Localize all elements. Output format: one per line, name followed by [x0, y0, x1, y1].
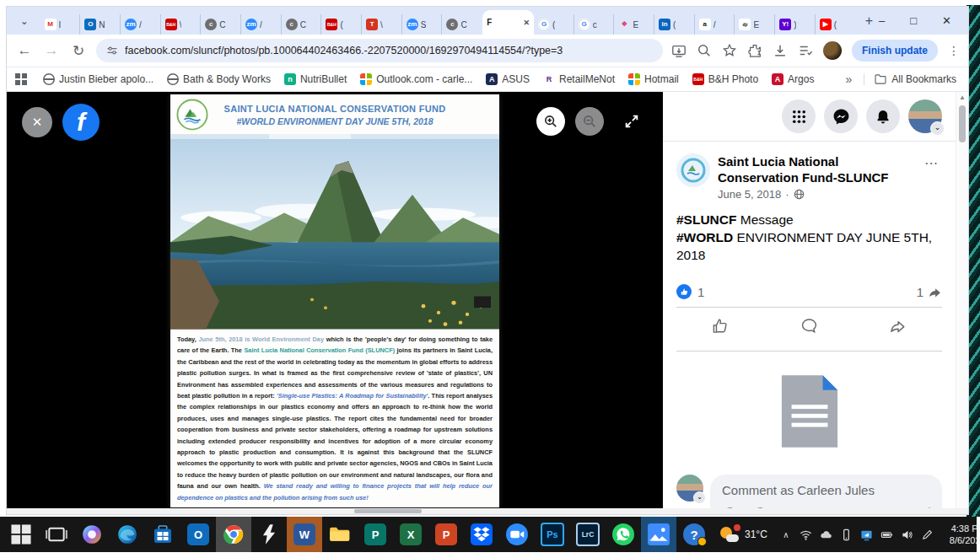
tab-facebook-active[interactable]: F✕ [482, 10, 534, 35]
weather-widget[interactable]: 31°C [712, 526, 776, 543]
powerpoint-taskbar-button[interactable]: P [428, 517, 464, 552]
lightroom-taskbar-button[interactable]: LrC [570, 517, 606, 552]
share-button[interactable] [853, 308, 942, 343]
bookmark-star-icon[interactable] [722, 43, 737, 58]
reading-list-icon[interactable] [798, 43, 813, 58]
new-tab-button[interactable]: + [859, 10, 879, 32]
tab[interactable]: cC [201, 14, 241, 35]
hashtag-link[interactable]: #SLUNCF [676, 212, 736, 227]
tab[interactable]: zm/ [241, 14, 282, 35]
close-button[interactable]: ✕ [942, 14, 951, 27]
close-photo-button[interactable]: ✕ [22, 107, 52, 137]
send-to-device-icon[interactable] [671, 43, 687, 58]
zoom-out-button[interactable] [575, 107, 604, 136]
tab[interactable]: zmS [402, 14, 443, 35]
start-taskbar-button[interactable] [3, 517, 39, 552]
tab[interactable]: G( [534, 14, 574, 35]
forward-button[interactable]: → [42, 42, 61, 59]
bookmark-item[interactable]: Hotmail [622, 73, 685, 85]
apps-menu-button[interactable] [782, 99, 816, 133]
photos-taskbar-button[interactable] [641, 517, 676, 552]
tab[interactable]: T\ [362, 14, 402, 35]
photoshop-taskbar-button[interactable]: Ps [535, 517, 570, 552]
commenter-avatar[interactable] [676, 475, 703, 502]
minimize-button[interactable]: – [879, 14, 885, 27]
tab[interactable]: in( [654, 14, 695, 35]
tab[interactable]: ▶( [816, 14, 856, 35]
outlook-taskbar-button[interactable]: O [180, 517, 216, 552]
download-icon[interactable] [773, 43, 788, 58]
screen-cast-icon[interactable] [857, 523, 877, 546]
bookmark-item[interactable]: Outlook.com - carle... [354, 73, 478, 85]
tab-close-icon[interactable]: ✕ [523, 19, 530, 27]
notifications-button[interactable] [866, 99, 900, 133]
phone-link-icon[interactable] [837, 523, 857, 546]
address-bar[interactable]: facebook.com/sluncf/photos/pb.1000644024… [96, 39, 663, 62]
tab[interactable]: djiE [735, 14, 775, 35]
tab[interactable]: B&H\ [161, 14, 202, 35]
facebook-logo[interactable]: f [62, 104, 100, 141]
reload-button[interactable]: ↻ [69, 42, 88, 60]
profile-avatar[interactable] [908, 99, 942, 133]
vertical-scroll-thumb[interactable] [959, 105, 966, 142]
bookmark-item[interactable]: B&HB&H Photo [687, 73, 764, 85]
tab[interactable]: B&H( [321, 14, 362, 35]
tab[interactable]: ❖E [614, 14, 654, 35]
bookmarks-overflow-chevron[interactable]: » [839, 72, 859, 86]
vertical-scrollbar[interactable]: ▲ [956, 92, 968, 508]
tab[interactable]: a/ [695, 14, 735, 35]
tab[interactable]: zm/ [121, 14, 161, 35]
browser-menu-button[interactable]: ⋮ [948, 44, 960, 57]
bolt-taskbar-button[interactable] [251, 517, 287, 552]
apps-shortcut-icon[interactable] [15, 73, 27, 85]
whatsapp-taskbar-button[interactable] [606, 517, 641, 552]
zoom-lens-icon[interactable] [697, 43, 712, 58]
pen-icon[interactable] [918, 523, 938, 546]
dropbox-taskbar-button[interactable] [464, 517, 499, 552]
bookmark-item[interactable]: AArgos [766, 73, 820, 85]
bookmark-item[interactable]: Bath & Body Works [161, 73, 277, 85]
store-taskbar-button[interactable] [145, 517, 180, 552]
browser-profile-avatar[interactable] [823, 41, 842, 60]
bookmark-item[interactable]: nNutriBullet [278, 73, 353, 85]
share-summary[interactable]: 1 [917, 285, 942, 299]
bookmark-item[interactable]: RRetailMeNot [537, 73, 621, 85]
word-taskbar-button[interactable]: W [287, 517, 322, 552]
tab-search-button[interactable]: ⌄ [15, 11, 34, 31]
messenger-button[interactable] [824, 99, 858, 133]
wifi-icon[interactable] [796, 523, 816, 546]
zoom-in-button[interactable] [536, 107, 565, 136]
publisher-taskbar-button[interactable]: P [358, 517, 393, 552]
comment-button[interactable] [765, 308, 853, 343]
extensions-puzzle-icon[interactable] [747, 43, 762, 58]
help-taskbar-button[interactable]: ? [676, 517, 712, 552]
copilot-taskbar-button[interactable] [74, 517, 110, 552]
horizontal-scroll-thumb[interactable] [354, 509, 422, 513]
post-menu-button[interactable]: ⋯ [921, 153, 942, 201]
bookmark-item[interactable]: Justin Bieber apolo... [37, 73, 159, 85]
tab[interactable]: Gc [574, 14, 615, 35]
page-name[interactable]: Saint Lucia National Conservation Fund-S… [718, 153, 913, 185]
explorer-taskbar-button[interactable] [322, 517, 358, 552]
onedrive-cloud-icon[interactable] [816, 523, 837, 546]
finish-update-button[interactable]: Finish update [852, 40, 938, 62]
back-button[interactable]: ← [15, 42, 34, 59]
excel-taskbar-button[interactable]: X [393, 517, 428, 552]
tab[interactable]: cC [442, 14, 482, 35]
volume-icon[interactable] [897, 523, 918, 546]
hidden-icons-chevron[interactable]: ∧ [776, 523, 796, 546]
taskbar-clock[interactable]: 4:38 PM 8/6/2025 [941, 523, 980, 546]
battery-icon[interactable] [877, 523, 897, 546]
like-summary[interactable]: 1 [676, 284, 704, 299]
edge-taskbar-button[interactable] [110, 517, 145, 552]
horizontal-scrollbar[interactable] [7, 508, 968, 514]
tab[interactable]: ON [80, 14, 121, 35]
zoom-taskbar-button[interactable] [499, 517, 535, 552]
like-button[interactable] [676, 308, 765, 343]
tab[interactable]: Y!) [775, 14, 816, 35]
hashtag-link[interactable]: #WORLD [676, 230, 733, 244]
comment-input[interactable]: Comment as Carleen Jules GIF [710, 475, 942, 508]
task-view-taskbar-button[interactable] [39, 517, 74, 552]
tab[interactable]: cC [282, 14, 322, 35]
all-bookmarks-button[interactable]: All Bookmarks [864, 73, 960, 85]
